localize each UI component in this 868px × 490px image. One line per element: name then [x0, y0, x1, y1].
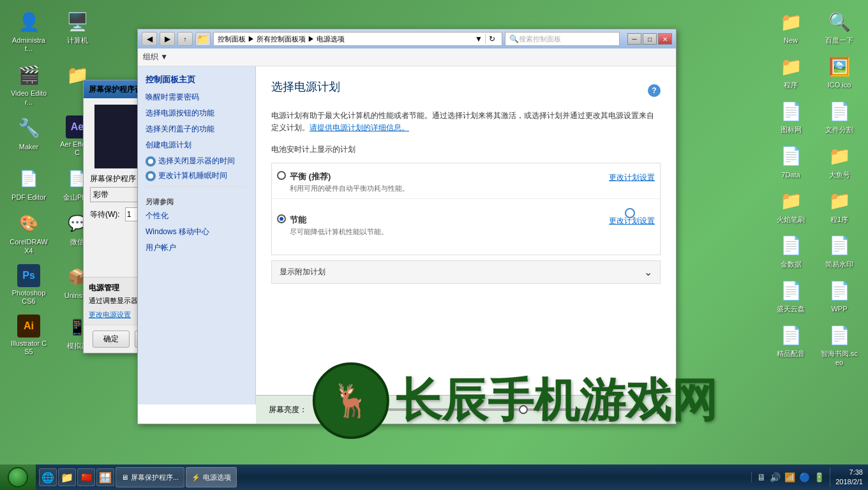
plan-balanced-name: 平衡 (推荐) [290, 171, 609, 182]
desktop-icon-jingpin[interactable]: 📄 精品配音 [768, 320, 813, 369]
desktop-icon-baidu[interactable]: 🔍 百度一下 [817, 6, 862, 47]
nav-folder-icon[interactable]: 📁 [195, 32, 211, 46]
address-refresh-btn[interactable]: ↻ [485, 34, 498, 44]
battery-section-title: 电池安时计上显示的计划 [271, 144, 661, 155]
show-more-arrow-icon: ⌄ [644, 266, 652, 278]
show-more-plans[interactable]: 显示附加计划 ⌄ [271, 260, 661, 284]
desktop-icon-photoshop-cs6[interactable]: Ps Photoshop CS6 [6, 262, 51, 308]
cp-toolbar: 组织 ▼ [138, 48, 676, 66]
desktop-icons-right: 📁 New 🔍 百度一下 📁 程序 🖼️ ICO.ico 📄 图标网 📄 [768, 6, 862, 369]
see-also-title: 另请参阅 [146, 197, 248, 207]
sidebar-link-lid[interactable]: 选择关闭盖子的功能 [146, 124, 248, 135]
cp-main-title: 选择电源计划 [271, 79, 340, 94]
show-more-label: 显示附加计划 [280, 267, 326, 278]
power-plan-saver[interactable]: 节能 尽可能降低计算机性能以节能。 更改计划设置 [272, 209, 660, 242]
screensaver-confirm-btn[interactable]: 确定 [93, 330, 130, 348]
power-plan-balanced[interactable]: 平衡 (推荐) 利用可用的硬件自动平衡功耗与性能。 更改计划设置 [272, 166, 660, 199]
tray-icon-sound[interactable]: 🔊 [770, 472, 781, 482]
desktop-icon-7data[interactable]: 📄 7Data [768, 141, 813, 182]
sidebar-link-power-btn[interactable]: 选择电源按钮的功能 [146, 108, 248, 119]
sidebar-icon-display [146, 156, 156, 167]
cp-minimize-btn[interactable]: ─ [627, 33, 641, 45]
clock-time: 7:38 [835, 468, 863, 477]
change-power-settings-link[interactable]: 更改电源设置 [89, 311, 131, 318]
desktop-icon-pdf-editor[interactable]: 📄 PDF Editor [6, 163, 51, 204]
taskbar-items: 🌐 📁 🇨🇳 🪟 🖥 屏幕保护程序... ⚡ 电源选项 [36, 467, 751, 487]
cp-restore-btn[interactable]: □ [643, 33, 657, 45]
desktop-icon-jinshuju[interactable]: 📄 金数据 [768, 230, 813, 271]
desktop-icon-computer[interactable]: 🖥️ 计算机 [55, 6, 100, 56]
sidebar-link-wakeup[interactable]: 唤醒时需要密码 [146, 92, 248, 103]
desktop-icon-programs[interactable]: 📁 程序 [768, 51, 813, 92]
desktop-icon-chengx[interactable]: 📁 程1序 [817, 186, 862, 226]
search-icon: 🔍 [509, 34, 519, 43]
plan-saver-desc: 尽可能降低计算机性能以节能。 [290, 227, 609, 237]
taskbar-windows-icon[interactable]: 🪟 [96, 468, 114, 486]
tray-icon-network2[interactable]: 📶 [784, 472, 795, 482]
wait-label: 等待(W): [90, 209, 120, 220]
sidebar-title: 控制面板主页 [146, 74, 248, 85]
taskbar: 🌐 📁 🇨🇳 🪟 🖥 屏幕保护程序... ⚡ 电源选项 🖥 🔊 📶 🔵 🔋 7:… [0, 464, 868, 490]
watermark-text: 长辰手机游戏网 [396, 370, 717, 431]
taskbar-clock[interactable]: 7:38 2018/2/1 [830, 468, 868, 487]
search-placeholder: 搜索控制面板 [519, 34, 561, 44]
watermark: 🦌 长辰手机游戏网 [313, 362, 717, 439]
sidebar-link-display-off[interactable]: 选择关闭显示器的时间 [158, 156, 235, 167]
cp-main-desc: 电源计划有助于最大化计算机的性能或者节能。通过选择计划来将其激活，或选择计划并通… [271, 110, 661, 134]
plan-saver-name: 节能 [290, 214, 609, 226]
desktop-icon-dayu[interactable]: 📁 大鱼号 [817, 141, 862, 182]
tray-icon-battery[interactable]: 🔋 [814, 472, 825, 482]
address-bar-text: 控制面板 ▶ 所有控制面板项 ▶ 电源选项 [218, 34, 345, 44]
taskbar-ime-icon[interactable]: 🇨🇳 [77, 468, 95, 486]
tray-icon-network[interactable]: 🖥 [757, 472, 766, 482]
desktop-icon-shentian[interactable]: 📄 盛天云盘 [768, 275, 813, 316]
taskbar-ie-icon[interactable]: 🌐 [39, 468, 57, 486]
plan-balanced-radio[interactable] [277, 171, 286, 180]
plan-saver-radio[interactable] [277, 214, 286, 223]
tray-icon-bluetooth[interactable]: 🔵 [799, 472, 810, 482]
desktop-icon-video-editor[interactable]: 🎬 Video Editor... [6, 59, 51, 108]
desktop-icon-huobi[interactable]: 📁 火焰笔刷 [768, 186, 813, 226]
desktop-icon-illustrator[interactable]: Ai Illustrator CS5 [6, 312, 51, 359]
clock-date: 2018/2/1 [835, 477, 863, 487]
sidebar-link-user-accounts[interactable]: 用户帐户 [146, 242, 248, 253]
watermark-logo: 🦌 [313, 362, 389, 439]
sidebar-link-personalize[interactable]: 个性化 [146, 211, 248, 221]
desktop-icon-new[interactable]: 📁 New [768, 6, 813, 47]
taskbar-item-screensaver[interactable]: 🖥 屏幕保护程序... [116, 467, 184, 487]
taskbar-tray: 🖥 🔊 📶 🔵 🔋 [751, 472, 830, 482]
sidebar-icon-sleep [146, 171, 156, 181]
brightness-label: 屏幕亮度： [269, 405, 307, 405]
cp-body: 控制面板主页 唤醒时需要密码 选择电源按钮的功能 选择关闭盖子的功能 创建电源计… [138, 66, 676, 405]
cp-close-btn[interactable]: ✕ [658, 33, 672, 45]
control-panel-titlebar: ◀ ▶ ↑ 📁 控制面板 ▶ 所有控制面板项 ▶ 电源选项 ▼ ↻ 🔍 搜索控制… [138, 29, 676, 48]
cp-main-content: 选择电源计划 ? 电源计划有助于最大化计算机的性能或者节能。通过选择计划来将其激… [256, 66, 676, 405]
address-bar[interactable]: 控制面板 ▶ 所有控制面板项 ▶ 电源选项 ▼ ↻ [213, 32, 502, 46]
desktop-icon-ico[interactable]: 🖼️ ICO.ico [817, 51, 862, 92]
desktop-icon-easy-watermark[interactable]: 📄 简易水印 [817, 230, 862, 271]
desktop-icon-icon-web[interactable]: 📄 图标网 [768, 96, 813, 137]
sidebar-link-create-plan[interactable]: 创建电源计划 [146, 140, 248, 151]
learn-more-link[interactable]: 请提供电源计划的详细信息。 [310, 123, 409, 132]
help-button[interactable]: ? [648, 84, 661, 97]
desktop-icon-wpp[interactable]: 📄 WPP [817, 275, 862, 316]
address-dropdown-btn[interactable]: ▼ [474, 34, 484, 44]
taskbar-explorer-icon[interactable]: 📁 [58, 468, 76, 486]
start-orb [8, 467, 28, 487]
taskbar-item-power[interactable]: ⚡ 电源选项 [186, 467, 237, 487]
desktop-icon-administrator[interactable]: 👤 Administrat... [6, 6, 51, 56]
desktop-icon-file-split[interactable]: 📄 文件分割 [817, 96, 862, 137]
plan-balanced-change[interactable]: 更改计划设置 [609, 173, 655, 182]
sidebar-link-mobility[interactable]: Windows 移动中心 [146, 226, 248, 237]
desktop-icon-maker[interactable]: 🔧 Maker [6, 113, 51, 160]
search-bar[interactable]: 🔍 搜索控制面板 [505, 32, 620, 46]
toolbar-organize[interactable]: 组织 ▼ [143, 52, 168, 63]
start-button[interactable] [0, 464, 36, 490]
desktop: 👤 Administrat... 🖥️ 计算机 🎬 Video Editor..… [0, 0, 868, 490]
desktop-icon-coreldraw[interactable]: 🎨 CorelDRAW X4 [6, 208, 51, 257]
nav-back-btn[interactable]: ◀ [142, 32, 157, 46]
sidebar-link-sleep[interactable]: 更改计算机睡眠时间 [158, 170, 227, 181]
nav-up-btn[interactable]: ↑ [177, 32, 193, 46]
nav-forward-btn[interactable]: ▶ [160, 32, 175, 46]
desktop-icon-zhihai[interactable]: 📄 智海书阅.sceo [817, 320, 862, 369]
